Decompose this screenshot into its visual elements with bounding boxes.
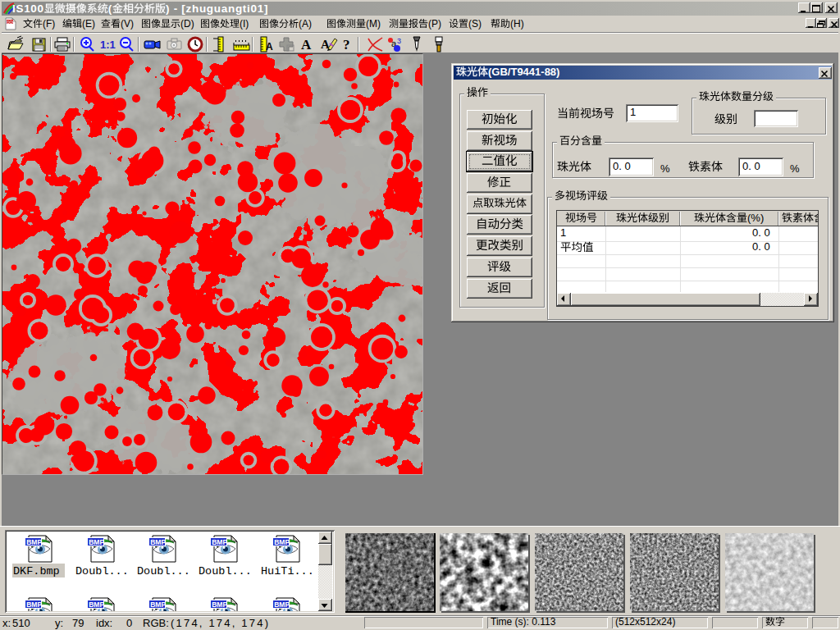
- svg-text:DKF.bmp: DKF.bmp: [13, 565, 60, 578]
- svg-text:A: A: [301, 37, 312, 52]
- svg-text:1: 1: [630, 106, 636, 118]
- svg-text:0. 0: 0. 0: [742, 160, 760, 172]
- svg-text:(I): (I): [240, 18, 249, 30]
- svg-text:(A): (A): [299, 18, 312, 30]
- svg-text:(%): (%): [747, 212, 764, 224]
- svg-text:(E): (E): [82, 18, 95, 30]
- svg-text:Doubl...: Doubl...: [199, 565, 252, 578]
- svg-text:79: 79: [72, 617, 84, 629]
- svg-text:0. 0: 0. 0: [752, 240, 770, 253]
- svg-text:Doubl...: Doubl...: [137, 565, 190, 578]
- svg-text:y:: y:: [55, 617, 63, 629]
- svg-text:?: ?: [343, 37, 350, 52]
- svg-text:idx:: idx:: [96, 617, 112, 629]
- svg-text:A: A: [266, 41, 273, 52]
- svg-text:(D): (D): [180, 18, 194, 30]
- svg-text:%: %: [660, 162, 670, 175]
- svg-text:) - [zhuguangti01]: ) - [zhuguangti01]: [166, 2, 268, 15]
- svg-text:3: 3: [397, 37, 401, 45]
- svg-text:Doubl...: Doubl...: [75, 565, 129, 578]
- svg-text:0. 0: 0. 0: [613, 160, 631, 172]
- svg-text:Time (s): 0.113: Time (s): 0.113: [491, 616, 556, 628]
- svg-text:510: 510: [12, 617, 30, 629]
- svg-text:0: 0: [126, 617, 132, 629]
- svg-text:(H): (H): [510, 18, 524, 30]
- svg-text:HuiTi...: HuiTi...: [261, 565, 314, 578]
- svg-text:(P): (P): [428, 18, 441, 30]
- svg-text:1: 1: [560, 226, 566, 239]
- svg-text:0. 0: 0. 0: [752, 226, 770, 239]
- svg-text:(512x512x24): (512x512x24): [615, 616, 675, 628]
- svg-text:IS100: IS100: [12, 2, 44, 15]
- svg-text:(GB/T9441-88): (GB/T9441-88): [488, 66, 559, 78]
- svg-text:(M): (M): [366, 18, 381, 30]
- svg-text:(F): (F): [43, 18, 55, 30]
- svg-text:(V): (V): [121, 18, 134, 30]
- svg-text:DOC: DOC: [7, 21, 16, 25]
- svg-text:(S): (S): [468, 18, 482, 30]
- svg-text:(: (: [108, 2, 112, 15]
- svg-text:%: %: [790, 162, 800, 175]
- svg-text:(174, 174, 174): (174, 174, 174): [171, 617, 270, 629]
- svg-text:x:: x:: [2, 617, 11, 629]
- svg-text:1:1: 1:1: [100, 39, 116, 51]
- svg-text:RGB:: RGB:: [143, 617, 169, 629]
